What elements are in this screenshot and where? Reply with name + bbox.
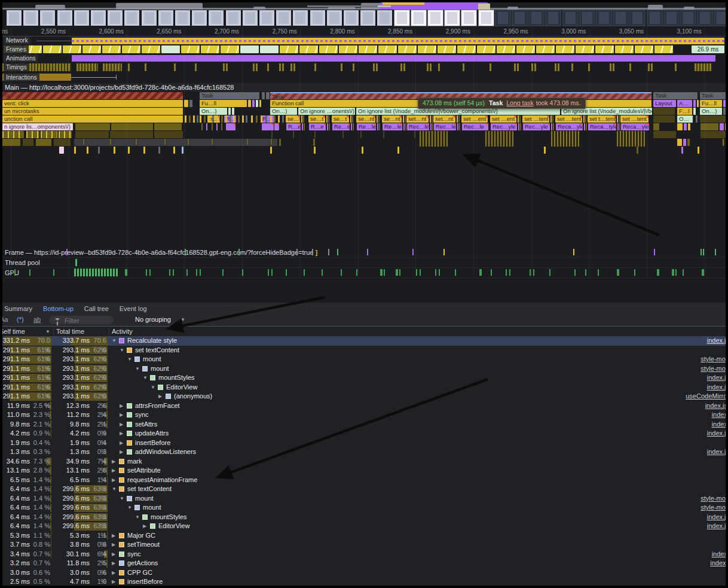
expand-arrow-icon[interactable]: ▶ bbox=[143, 522, 149, 531]
expand-arrow-icon[interactable]: ▶ bbox=[112, 577, 118, 586]
timing-mark[interactable] bbox=[438, 63, 440, 71]
table-row-insertbefore[interactable]: 2.5 ms0.5 %4.7 ms1.0 %▶insertBefore bbox=[2, 577, 726, 586]
flame-tick[interactable] bbox=[326, 115, 328, 123]
table-row-cpp-gc[interactable]: 3.0 ms0.6 %3.0 ms0.6 %▶CPP GC bbox=[2, 568, 726, 578]
filmstrip-thumbnail[interactable] bbox=[377, 10, 393, 26]
expand-arrow-icon[interactable]: ▶ bbox=[120, 447, 126, 457]
filmstrip-thumbnail[interactable] bbox=[629, 10, 646, 26]
source-link[interactable]: index.js bbox=[707, 336, 726, 346]
gpu-tick[interactable] bbox=[101, 269, 103, 276]
flame-tick[interactable] bbox=[189, 115, 191, 123]
flame-bar[interactable] bbox=[248, 100, 251, 107]
flame-tick[interactable] bbox=[293, 131, 294, 138]
flame-tick[interactable] bbox=[206, 123, 207, 130]
column-activity[interactable]: Activity bbox=[112, 328, 133, 335]
timing-mark[interactable] bbox=[267, 63, 269, 71]
table-row-set-textcontent[interactable]: 6.4 ms1.4 %299.6 ms63.3 %▼set textConten… bbox=[2, 485, 726, 494]
flame-bar[interactable] bbox=[143, 147, 145, 154]
timing-mark[interactable] bbox=[629, 63, 631, 71]
gpu-tick[interactable] bbox=[574, 269, 576, 276]
filter-input[interactable] bbox=[63, 316, 112, 325]
gpu-tick[interactable] bbox=[186, 269, 188, 276]
expand-arrow-icon[interactable]: ▶ bbox=[112, 466, 118, 476]
table-row-major-gc[interactable]: 5.3 ms1.1 %5.3 ms1.1 %▶Major GC bbox=[2, 531, 726, 541]
filmstrip-thumbnail[interactable] bbox=[663, 10, 680, 26]
flame-tick[interactable] bbox=[302, 123, 303, 130]
flame-tick[interactable] bbox=[619, 123, 620, 130]
flame-bar[interactable] bbox=[420, 131, 448, 147]
collapse-arrow-icon[interactable]: ▼ bbox=[135, 364, 141, 374]
timing-mark[interactable] bbox=[558, 63, 559, 71]
gpu-tick[interactable] bbox=[533, 269, 534, 276]
expand-arrow-icon[interactable]: ▶ bbox=[120, 438, 126, 448]
expand-arrow-icon[interactable]: ▶ bbox=[158, 392, 164, 401]
flame-tick[interactable] bbox=[377, 123, 378, 130]
flame-bar[interactable] bbox=[54, 139, 71, 146]
flame-bar-r-e[interactable]: R…e bbox=[286, 123, 301, 130]
gpu-tick[interactable] bbox=[222, 269, 224, 276]
flame-tick[interactable] bbox=[383, 131, 384, 138]
flame-tick[interactable] bbox=[403, 123, 405, 130]
flame-bar-on-[interactable]: On…) bbox=[700, 108, 722, 115]
flame-bar[interactable] bbox=[362, 147, 363, 154]
tab-call-tree[interactable]: Call tree bbox=[79, 303, 114, 314]
flame-tick[interactable] bbox=[212, 123, 213, 130]
flame-bar[interactable] bbox=[617, 131, 645, 147]
flame-bar[interactable] bbox=[189, 100, 192, 107]
flame-bar-set-nt[interactable]: set…nt bbox=[406, 115, 429, 123]
flame-tick[interactable] bbox=[193, 115, 195, 123]
frame-event-tick[interactable] bbox=[238, 249, 240, 255]
timing-mark[interactable] bbox=[463, 63, 464, 71]
flame-bar-set-ent[interactable]: set …ent bbox=[490, 115, 516, 123]
flame-bar[interactable] bbox=[677, 123, 683, 130]
timing-mark[interactable] bbox=[290, 63, 292, 71]
flame-tick[interactable] bbox=[617, 115, 618, 123]
flame-bar[interactable] bbox=[693, 108, 696, 115]
flame-bar[interactable] bbox=[228, 108, 231, 115]
flame-tick[interactable] bbox=[352, 115, 353, 123]
flame-tick[interactable] bbox=[405, 115, 406, 123]
flame-bar[interactable] bbox=[259, 100, 261, 107]
filmstrip-thumbnail[interactable] bbox=[39, 10, 56, 26]
gpu-tick[interactable] bbox=[396, 269, 398, 276]
flame-bar-reca-yle[interactable]: Reca…yle bbox=[621, 123, 649, 130]
flame-tick[interactable] bbox=[271, 139, 272, 145]
flame-bar[interactable] bbox=[697, 100, 699, 107]
gpu-tick[interactable] bbox=[286, 269, 287, 276]
flame-bar[interactable] bbox=[274, 123, 279, 130]
flame-tick[interactable] bbox=[586, 123, 587, 130]
timing-mark[interactable] bbox=[517, 63, 519, 71]
table-row-mountstyles[interactable]: 291.1 ms61.6 %293.1 ms62.0 %▼mountStyles… bbox=[2, 373, 726, 383]
gpu-tick[interactable] bbox=[549, 269, 550, 276]
flame-bar-set-ent[interactable]: set …ent bbox=[461, 115, 488, 123]
flame-tick[interactable] bbox=[350, 115, 351, 123]
filmstrip-thumbnail[interactable] bbox=[714, 10, 726, 26]
gpu-tick[interactable] bbox=[110, 269, 112, 276]
flame-bar[interactable] bbox=[111, 123, 153, 130]
frame-event-tick[interactable] bbox=[654, 249, 655, 255]
frame-block[interactable] bbox=[161, 45, 180, 53]
flame-bar-layout[interactable]: Layout bbox=[653, 100, 676, 107]
source-link[interactable]: index. bbox=[712, 410, 726, 420]
gpu-tick[interactable] bbox=[506, 269, 507, 276]
filmstrip-thumbnail[interactable] bbox=[394, 10, 410, 26]
filmstrip-thumbnail[interactable] bbox=[613, 10, 629, 26]
timing-mark[interactable] bbox=[226, 63, 228, 71]
flame-tick[interactable] bbox=[233, 115, 235, 123]
timing-mark[interactable] bbox=[514, 63, 516, 71]
filmstrip-thumbnail[interactable] bbox=[647, 10, 663, 26]
gpu-tick[interactable] bbox=[341, 269, 342, 276]
flame-bar[interactable] bbox=[75, 123, 110, 130]
table-row-set-textcontent[interactable]: 291.1 ms61.6 %293.1 ms62.0 %▼set textCon… bbox=[2, 346, 726, 355]
match-case-icon[interactable]: Aa bbox=[2, 316, 8, 323]
flame-bar-un-microtasks[interactable]: un microtasks bbox=[2, 108, 183, 115]
frame-event-tick[interactable] bbox=[367, 249, 368, 255]
gpu-tick[interactable] bbox=[149, 269, 151, 276]
flame-tick[interactable] bbox=[328, 115, 329, 123]
frame-block[interactable] bbox=[260, 45, 279, 53]
flame-bar[interactable] bbox=[653, 108, 675, 115]
flame-tick[interactable] bbox=[247, 139, 248, 145]
filmstrip-thumbnail[interactable] bbox=[23, 10, 39, 26]
flame-bar[interactable] bbox=[266, 92, 270, 99]
collapse-arrow-icon[interactable]: ▼ bbox=[112, 485, 118, 494]
